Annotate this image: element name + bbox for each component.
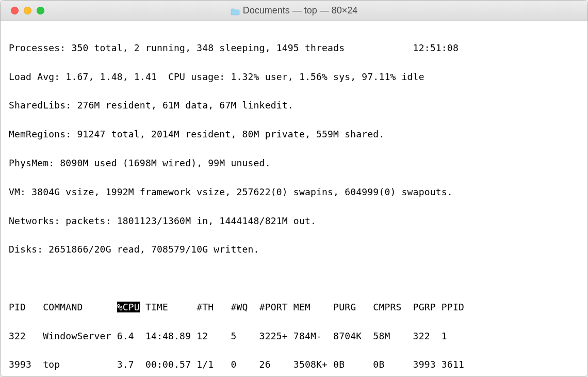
sort-column-cpu: %CPU (117, 302, 140, 312)
traffic-lights (11, 7, 44, 14)
terminal-window: Documents — top — 80×24 Processes: 350 t… (0, 0, 588, 377)
physmem-line: PhysMem: 8090M used (1698M wired), 99M u… (9, 156, 579, 170)
terminal-content[interactable]: Processes: 350 total, 2 running, 348 sle… (1, 21, 587, 376)
column-headers: PID COMMAND %CPU TIME #TH #WQ #PORT MEM … (9, 300, 579, 315)
close-icon[interactable] (11, 7, 19, 14)
sharedlibs-line: SharedLibs: 276M resident, 61M data, 67M… (9, 98, 579, 113)
table-row: 322 WindowServer 6.4 14:48.89 12 5 3225+… (9, 329, 579, 343)
blank-line (9, 271, 579, 286)
disks-line: Disks: 2651866/20G read, 708579/10G writ… (9, 242, 579, 257)
window-title: Documents — top — 80×24 (231, 5, 358, 16)
table-row: 3993 top 3.7 00:00.57 1/1 0 26 3508K+ 0B… (9, 357, 579, 372)
minimize-icon[interactable] (24, 7, 31, 14)
window-title-text: Documents — top — 80×24 (243, 5, 358, 16)
processes-line: Processes: 350 total, 2 running, 348 sle… (9, 41, 579, 55)
load-line: Load Avg: 1.67, 1.48, 1.41 CPU usage: 1.… (9, 70, 579, 84)
vm-line: VM: 3804G vsize, 1992M framework vsize, … (9, 185, 579, 199)
maximize-icon[interactable] (37, 7, 44, 14)
folder-icon (231, 7, 240, 14)
titlebar[interactable]: Documents — top — 80×24 (1, 1, 587, 21)
networks-line: Networks: packets: 1801123/1360M in, 144… (9, 214, 579, 228)
memregions-line: MemRegions: 91247 total, 2014M resident,… (9, 127, 579, 142)
